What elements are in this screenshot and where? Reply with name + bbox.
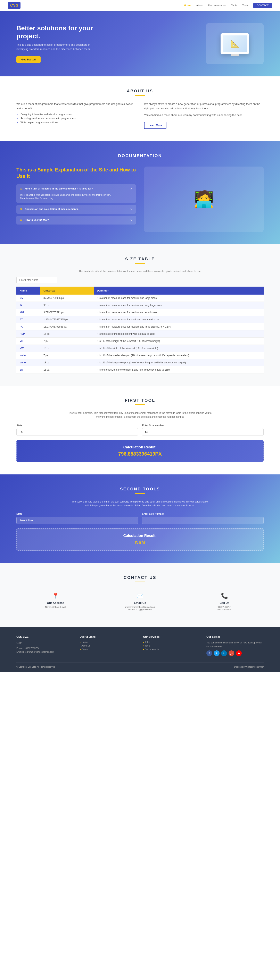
- first-tool-state-select[interactable]: PCCMINMMPTREMVHVWVminVmaxEM: [16, 428, 138, 436]
- table-cell-definition: It is 1% of the larger viewport (1% of s…: [94, 359, 264, 366]
- nav-tools[interactable]: Tools: [242, 4, 248, 7]
- table-cell-units: 13 px: [40, 359, 94, 366]
- accordion-label-1: 01 Find a unit of measure in the table a…: [20, 187, 93, 190]
- size-table-title: SIZE TABLE: [16, 257, 264, 261]
- table-cell-definition: It is a unit of measure used for medium …: [94, 294, 264, 302]
- hero-title: Better solutions for your project.: [16, 24, 99, 40]
- about-left-col: We are a team of programmers that create…: [16, 102, 136, 129]
- email-icon: ✉️: [105, 592, 175, 599]
- filter-input[interactable]: [16, 277, 57, 283]
- table-row: Vmin 7 px It is 1% of the smaller viewpo…: [16, 352, 264, 359]
- second-tool-title: SECOND TOOLS: [16, 487, 264, 492]
- linkedin-icon[interactable]: in: [221, 651, 227, 656]
- footer-service-tools[interactable]: Tools: [143, 644, 200, 647]
- size-table-description: This is a table with all the possible de…: [16, 270, 264, 273]
- accordion-item-3: 03 How to use the tool? ∨: [16, 216, 136, 224]
- col-definition: Definition: [94, 286, 264, 294]
- nav-about[interactable]: About: [196, 4, 203, 7]
- documentation-title: DOCUMENTATION: [16, 153, 264, 158]
- table-cell-units: 15.937766792838 px: [40, 323, 94, 331]
- learn-more-button[interactable]: Learn More: [144, 122, 167, 129]
- nav-links: Home About Documentation Table Tools CON…: [184, 3, 272, 8]
- table-cell-name: Vmin: [16, 352, 40, 359]
- footer-brand-phone: Phone: +01027863704: [16, 646, 73, 650]
- table-cell-units: 16 px: [40, 331, 94, 337]
- table-cell-name: REM: [16, 331, 40, 337]
- footer-col-services: Our Services Table Tools Documentation: [143, 635, 200, 656]
- accordion-header-3[interactable]: 03 How to use the tool? ∨: [16, 216, 136, 224]
- table-cell-definition: It is a unit of measure used for small a…: [94, 316, 264, 323]
- doc-heading-normal: This is a Simple: [16, 167, 54, 172]
- second-tool-state-select[interactable]: Select SizeCMINMMPTPCREMVHVWVminVmaxEM: [16, 517, 138, 524]
- table-row: REM 16 px It is font-size of the root el…: [16, 331, 264, 337]
- footer-link-home[interactable]: Home: [80, 641, 137, 643]
- table-cell-definition: It is a unit of measure used for medium …: [94, 309, 264, 316]
- footer-link-contact[interactable]: Contact: [80, 648, 137, 651]
- footer-bottom: © Copyright Css Size. All Rights Reserve…: [16, 662, 264, 668]
- youtube-icon[interactable]: ▶: [236, 651, 242, 656]
- footer-grid: CSS SIZE Egypt Phone: +01027863704 Email…: [16, 635, 264, 656]
- second-tool-number-input[interactable]: [142, 517, 264, 524]
- contact-card-email: ✉️ Email Us programmercoffee@gmail.com b…: [101, 588, 179, 615]
- hero-monitor-graphic: 📐: [221, 33, 249, 54]
- first-tool-number-input[interactable]: [142, 428, 264, 436]
- table-row: EM 16 px It is the font-size of the elem…: [16, 366, 264, 374]
- documentation-underline: [135, 160, 145, 161]
- table-cell-units: 7 px: [40, 337, 94, 345]
- documentation-section: DOCUMENTATION This is a Simple Explanati…: [0, 141, 280, 244]
- table-cell-name: MM: [16, 309, 40, 316]
- table-cell-name: IN: [16, 302, 40, 309]
- table-cell-units: 37.7952755906 px: [40, 294, 94, 302]
- table-cell-definition: It is the font-size of the element & and…: [94, 366, 264, 374]
- table-row: Vmax 13 px It is 1% of the larger viewpo…: [16, 359, 264, 366]
- accordion-body-1: There is a table with all possible detai…: [16, 193, 136, 203]
- contact-card-address-title: Our Address: [21, 601, 91, 605]
- hero-screen-graphic: 📐: [223, 35, 247, 52]
- nav-home[interactable]: Home: [184, 4, 191, 7]
- first-tool-inputs: State PCCMINMMPTREMVHVWVminVmaxEM Enter …: [16, 424, 264, 436]
- table-cell-definition: It is 1% of the width of the viewport (1…: [94, 345, 264, 352]
- contact-nav-button[interactable]: CONTACT: [253, 3, 272, 8]
- documentation-grid: This is a Simple Explanation of the Site…: [16, 167, 264, 232]
- about-list-item: Providing services and assistance to pro…: [16, 117, 136, 120]
- accordion-header-2[interactable]: 02 Conversion and calculation of measure…: [16, 205, 136, 214]
- accordion-label-3: 03 How to use the tool?: [20, 219, 49, 221]
- table-row: IN 96 px It is a unit of measure used fo…: [16, 302, 264, 309]
- twitter-icon[interactable]: t: [214, 651, 220, 656]
- get-started-button[interactable]: Get Started: [16, 56, 41, 63]
- nav-table[interactable]: Table: [231, 4, 237, 7]
- table-row: CM 37.7952755906 px It is a unit of meas…: [16, 294, 264, 302]
- second-tool-underline: [135, 493, 145, 494]
- second-tool-state-group: State Select SizeCMINMMPTPCREMVHVWVminVm…: [16, 512, 138, 524]
- footer-service-docs[interactable]: Documentation: [143, 648, 200, 651]
- first-tool-result-label: Calculation Result:: [22, 445, 258, 449]
- footer-service-table[interactable]: Table: [143, 641, 200, 643]
- table-cell-definition: It is a unit of measure used for medium …: [94, 323, 264, 331]
- hero-illustration: 📐: [206, 23, 264, 64]
- accordion-item-2: 02 Conversion and calculation of measure…: [16, 205, 136, 214]
- table-cell-definition: It is font-size of the root element who …: [94, 331, 264, 337]
- contact-address-line: Name, Sohag, Egypt: [21, 606, 91, 608]
- facebook-icon[interactable]: f: [207, 651, 212, 656]
- about-right-para1: We always strive to create a new generat…: [144, 102, 264, 111]
- nav-documentation[interactable]: Documentation: [208, 4, 226, 7]
- first-tool-number-label: Enter Size Number: [142, 424, 264, 427]
- table-row: VH 7 px It is 1% of the height of the vi…: [16, 337, 264, 345]
- contact-section: CONTACT US 📍 Our Address Name, Sohag, Eg…: [0, 563, 280, 627]
- table-cell-definition: It is 1% of the smaller viewport (1% of …: [94, 352, 264, 359]
- first-tool-state-label: State: [16, 424, 138, 427]
- first-tool-number-group: Enter Size Number: [142, 424, 264, 436]
- first-tool-state-group: State PCCMINMMPTREMVHVWVminVmaxEM: [16, 424, 138, 436]
- table-cell-units: 13 px: [40, 345, 94, 352]
- accordion-header-1[interactable]: 01 Find a unit of measure in the table a…: [16, 185, 136, 193]
- site-logo: CSS: [8, 2, 21, 9]
- footer-link-about[interactable]: About us: [80, 644, 137, 647]
- accordion-item-1: 01 Find a unit of measure in the table a…: [16, 185, 136, 203]
- doc-person-graphic: 🧑‍💻: [194, 190, 214, 209]
- contact-grid: 📍 Our Address Name, Sohag, Egypt ✉️ Emai…: [16, 588, 264, 615]
- chevron-down-icon: ∨: [130, 218, 133, 222]
- size-table-section: SIZE TABLE This is a table with all the …: [0, 244, 280, 386]
- contact-card-phone-title: Call Us: [189, 601, 259, 605]
- first-tool-description: The first tool is simple. This tool conv…: [68, 411, 212, 419]
- googleplus-icon[interactable]: g+: [229, 651, 234, 656]
